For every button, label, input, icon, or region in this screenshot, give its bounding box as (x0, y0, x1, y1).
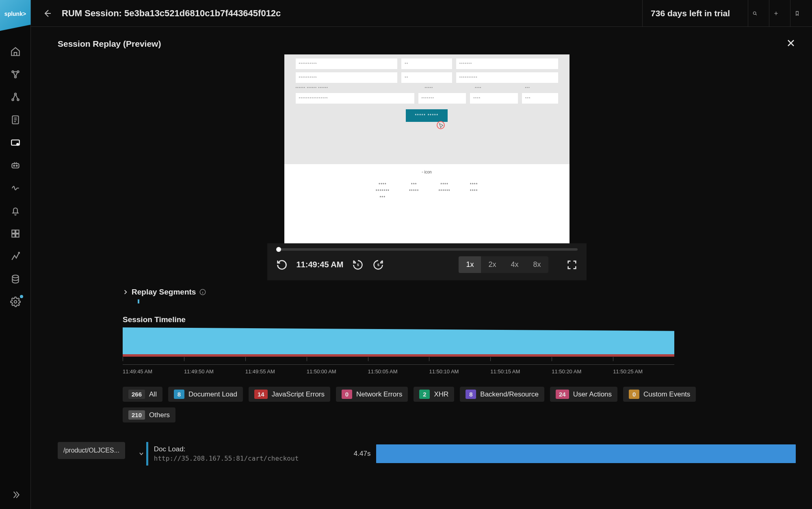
filter-document-load[interactable]: 8Document Load (168, 387, 243, 402)
timeline-tick: 11:50:20 AM (552, 368, 613, 375)
event-duration-bar (376, 444, 796, 463)
svg-point-18 (753, 11, 756, 14)
replay-label: ***** (425, 86, 471, 90)
svg-rect-14 (12, 234, 15, 237)
home-icon[interactable] (9, 45, 22, 58)
sidebar: splunk> (0, 0, 31, 509)
replay-footer-col: ********** (438, 182, 450, 201)
event-text: Doc Load: http://35.208.167.55:81/cart/c… (148, 442, 351, 466)
svg-point-16 (12, 275, 18, 278)
search-icon[interactable] (748, 0, 762, 26)
trial-status: 736 days left in trial (642, 0, 738, 26)
logs-icon[interactable] (9, 114, 22, 126)
replay-footer-col: ******** (470, 182, 478, 201)
replay-page-form: ********** ** ******* ********** ** ****… (284, 54, 569, 164)
timeline-tick: 11:50:15 AM (490, 368, 552, 375)
rum-icon[interactable] (9, 136, 22, 149)
info-icon[interactable] (199, 288, 206, 296)
add-icon[interactable] (769, 0, 783, 26)
timeline-tick: 11:50:10 AM (429, 368, 490, 375)
restart-button[interactable] (276, 259, 288, 271)
replay-submit-button: ***** ***** (406, 109, 447, 122)
replay-field: ******* (418, 93, 466, 104)
skip-forward-button[interactable]: 5 (372, 259, 384, 271)
segments-track (123, 299, 731, 304)
session-timeline-title: Session Timeline (123, 315, 731, 324)
timeline-tick: 11:50:05 AM (368, 368, 429, 375)
replay-page-footer: icon ************** ******** ********** … (284, 164, 569, 243)
replay-field: ********** (296, 58, 398, 69)
timeline-tick: 11:49:50 AM (184, 368, 245, 375)
back-button[interactable] (42, 9, 52, 18)
svg-point-2 (14, 76, 16, 78)
speed-1x-button[interactable]: 1x (459, 256, 481, 273)
session-timeline-chart[interactable]: 11:49:45 AM 11:49:50 AM 11:49:55 AM 11:5… (123, 327, 674, 360)
synthetics-icon[interactable] (9, 159, 22, 171)
replay-label: *** (525, 86, 558, 90)
svg-rect-15 (16, 234, 19, 237)
timeline-tick: 11:50:00 AM (307, 368, 368, 375)
cursor-icon (438, 123, 448, 132)
timeline-tick: 11:49:45 AM (123, 368, 184, 375)
incidents-icon[interactable] (9, 182, 22, 194)
event-row[interactable]: Doc Load: http://35.208.167.55:81/cart/c… (136, 442, 796, 466)
apm-icon[interactable] (9, 91, 22, 103)
replay-field: ** (401, 58, 452, 69)
svg-point-5 (17, 99, 19, 100)
replay-field: ** (401, 72, 452, 83)
integrations-icon[interactable] (9, 68, 22, 80)
filter-network-errors[interactable]: 0Network Errors (336, 387, 408, 402)
expand-sidebar-icon[interactable] (9, 489, 22, 501)
replay-segments-toggle[interactable]: Replay Segments (123, 288, 731, 297)
timeline-tick: 11:50:25 AM (613, 368, 674, 375)
svg-point-1 (17, 71, 19, 72)
speed-selector: 1x 2x 4x 8x (459, 256, 548, 273)
speed-8x-button[interactable]: 8x (526, 256, 548, 273)
fullscreen-button[interactable] (566, 259, 578, 271)
skip-back-button[interactable]: 5 (352, 259, 364, 271)
panel-title: Session Replay (Preview) (58, 39, 161, 49)
svg-rect-12 (12, 230, 15, 233)
replay-field: *** (522, 93, 558, 104)
svg-point-4 (12, 99, 13, 100)
metrics-icon[interactable] (9, 250, 22, 262)
event-duration: 4.47s (351, 447, 373, 460)
replay-label: ****** ****** ****** (296, 86, 421, 90)
data-icon[interactable] (9, 273, 22, 285)
player-controls: 11:49:45 AM 5 5 1x 2x 4x 8x (267, 243, 587, 280)
replay-image-placeholder: icon (422, 170, 432, 174)
svg-rect-9 (12, 164, 19, 168)
svg-point-8 (16, 143, 19, 146)
filter-bar: 266All 8Document Load 14JavaScript Error… (123, 387, 731, 422)
filter-user-actions[interactable]: 24User Actions (550, 387, 617, 402)
alerts-icon[interactable] (9, 205, 22, 217)
svg-point-11 (16, 165, 17, 167)
filter-js-errors[interactable]: 14JavaScript Errors (249, 387, 330, 402)
replay-footer-col: ************** (376, 182, 390, 201)
speed-2x-button[interactable]: 2x (481, 256, 503, 273)
replay-field: **************** (296, 93, 414, 104)
replay-footer-col: ******** (409, 182, 419, 201)
dashboards-icon[interactable] (9, 227, 22, 240)
speed-4x-button[interactable]: 4x (503, 256, 526, 273)
chevron-right-icon (123, 289, 128, 295)
replay-field: ********** (456, 72, 558, 83)
chevron-down-icon[interactable] (136, 442, 146, 466)
svg-rect-13 (16, 230, 19, 233)
filter-xhr[interactable]: 2XHR (414, 387, 454, 402)
bookmark-icon[interactable] (790, 0, 804, 26)
settings-icon[interactable] (9, 296, 22, 308)
replay-field: ******* (456, 58, 558, 69)
progress-bar[interactable] (276, 248, 578, 251)
replay-segments-label: Replay Segments (132, 288, 196, 297)
page-url-chip[interactable]: /product/OLJCES... (58, 442, 125, 459)
filter-all[interactable]: 266All (123, 387, 162, 402)
page-title: RUM Session: 5e3ba13c521d6810c1b7f443645… (62, 8, 632, 19)
filter-backend[interactable]: 8Backend/Resource (460, 387, 544, 402)
filter-custom-events[interactable]: 0Custom Events (623, 387, 696, 402)
replay-label: **** (475, 86, 521, 90)
close-panel-button[interactable] (786, 38, 796, 50)
logo[interactable]: splunk> (0, 0, 31, 31)
replay-viewport: ********** ** ******* ********** ** ****… (284, 54, 569, 243)
filter-others[interactable]: 210Others (123, 407, 175, 422)
